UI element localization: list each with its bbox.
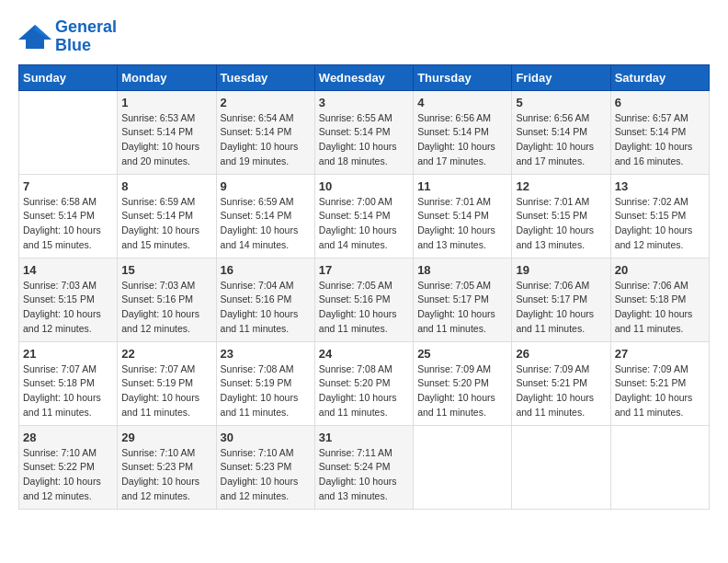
day-info: Sunrise: 7:03 AM Sunset: 5:16 PM Dayligh…: [121, 279, 211, 337]
day-number: 15: [121, 263, 211, 277]
day-info: Sunrise: 7:07 AM Sunset: 5:18 PM Dayligh…: [23, 362, 113, 420]
column-header-saturday: Saturday: [610, 64, 709, 90]
day-number: 27: [615, 347, 705, 361]
day-number: 24: [319, 347, 409, 361]
day-info: Sunrise: 7:08 AM Sunset: 5:20 PM Dayligh…: [319, 362, 409, 420]
day-info: Sunrise: 6:53 AM Sunset: 5:14 PM Dayligh…: [121, 111, 211, 169]
calendar-cell: 30Sunrise: 7:10 AM Sunset: 5:23 PM Dayli…: [216, 425, 314, 509]
day-number: 7: [23, 179, 113, 193]
day-info: Sunrise: 7:00 AM Sunset: 5:14 PM Dayligh…: [319, 195, 409, 253]
header: General Blue: [18, 18, 710, 55]
day-number: 11: [417, 179, 507, 193]
day-info: Sunrise: 7:05 AM Sunset: 5:17 PM Dayligh…: [417, 279, 507, 337]
calendar-cell: 16Sunrise: 7:04 AM Sunset: 5:16 PM Dayli…: [216, 258, 314, 341]
day-info: Sunrise: 7:01 AM Sunset: 5:14 PM Dayligh…: [417, 195, 507, 253]
column-header-monday: Monday: [118, 64, 216, 90]
calendar-cell: 27Sunrise: 7:09 AM Sunset: 5:21 PM Dayli…: [610, 341, 709, 425]
calendar-cell: 7Sunrise: 6:58 AM Sunset: 5:14 PM Daylig…: [19, 174, 118, 258]
calendar-cell: [610, 425, 709, 509]
day-number: 18: [417, 263, 507, 277]
day-info: Sunrise: 7:07 AM Sunset: 5:19 PM Dayligh…: [121, 362, 211, 420]
day-number: 25: [417, 347, 507, 361]
calendar-cell: 21Sunrise: 7:07 AM Sunset: 5:18 PM Dayli…: [19, 341, 118, 425]
day-info: Sunrise: 7:06 AM Sunset: 5:18 PM Dayligh…: [615, 279, 705, 337]
column-header-tuesday: Tuesday: [216, 64, 314, 90]
day-number: 10: [319, 179, 409, 193]
column-header-thursday: Thursday: [414, 64, 512, 90]
logo-icon: [18, 23, 51, 51]
column-header-friday: Friday: [512, 64, 610, 90]
day-number: 30: [221, 431, 311, 444]
day-info: Sunrise: 7:09 AM Sunset: 5:20 PM Dayligh…: [417, 362, 507, 420]
day-number: 20: [615, 263, 705, 277]
calendar-cell: 25Sunrise: 7:09 AM Sunset: 5:20 PM Dayli…: [414, 341, 512, 425]
calendar-cell: 18Sunrise: 7:05 AM Sunset: 5:17 PM Dayli…: [414, 258, 512, 341]
calendar-week-row: 7Sunrise: 6:58 AM Sunset: 5:14 PM Daylig…: [19, 174, 710, 258]
column-header-wednesday: Wednesday: [314, 64, 413, 90]
day-number: 14: [23, 263, 113, 277]
day-number: 31: [319, 431, 409, 444]
day-info: Sunrise: 7:08 AM Sunset: 5:19 PM Dayligh…: [221, 362, 311, 420]
column-header-sunday: Sunday: [19, 64, 118, 90]
calendar-cell: 24Sunrise: 7:08 AM Sunset: 5:20 PM Dayli…: [314, 341, 413, 425]
calendar-cell: 11Sunrise: 7:01 AM Sunset: 5:14 PM Dayli…: [414, 174, 512, 258]
calendar-week-row: 1Sunrise: 6:53 AM Sunset: 5:14 PM Daylig…: [19, 90, 710, 174]
logo: General Blue: [18, 18, 117, 55]
day-number: 29: [121, 431, 211, 444]
day-number: 3: [319, 96, 409, 109]
day-number: 22: [121, 347, 211, 361]
calendar-cell: 17Sunrise: 7:05 AM Sunset: 5:16 PM Dayli…: [314, 258, 413, 341]
calendar-cell: 3Sunrise: 6:55 AM Sunset: 5:14 PM Daylig…: [314, 90, 413, 174]
day-number: 17: [319, 263, 409, 277]
calendar-cell: 6Sunrise: 6:57 AM Sunset: 5:14 PM Daylig…: [610, 90, 709, 174]
calendar-cell: 1Sunrise: 6:53 AM Sunset: 5:14 PM Daylig…: [118, 90, 216, 174]
calendar-cell: 29Sunrise: 7:10 AM Sunset: 5:23 PM Dayli…: [118, 425, 216, 509]
day-number: 6: [615, 96, 705, 109]
day-info: Sunrise: 6:57 AM Sunset: 5:14 PM Dayligh…: [615, 111, 705, 169]
calendar-cell: 10Sunrise: 7:00 AM Sunset: 5:14 PM Dayli…: [314, 174, 413, 258]
day-number: 12: [516, 179, 606, 193]
calendar-cell: 2Sunrise: 6:54 AM Sunset: 5:14 PM Daylig…: [216, 90, 314, 174]
day-number: 1: [121, 96, 211, 109]
day-number: 23: [221, 347, 311, 361]
day-info: Sunrise: 7:10 AM Sunset: 5:23 PM Dayligh…: [221, 446, 311, 504]
day-info: Sunrise: 7:03 AM Sunset: 5:15 PM Dayligh…: [23, 279, 113, 337]
calendar-cell: [512, 425, 610, 509]
calendar-cell: 31Sunrise: 7:11 AM Sunset: 5:24 PM Dayli…: [314, 425, 413, 509]
day-number: 5: [516, 96, 606, 109]
day-number: 21: [23, 347, 113, 361]
day-number: 28: [23, 431, 113, 444]
day-info: Sunrise: 7:09 AM Sunset: 5:21 PM Dayligh…: [615, 362, 705, 420]
calendar-cell: 23Sunrise: 7:08 AM Sunset: 5:19 PM Dayli…: [216, 341, 314, 425]
day-info: Sunrise: 7:05 AM Sunset: 5:16 PM Dayligh…: [319, 279, 409, 337]
calendar-cell: 19Sunrise: 7:06 AM Sunset: 5:17 PM Dayli…: [512, 258, 610, 341]
calendar-cell: 28Sunrise: 7:10 AM Sunset: 5:22 PM Dayli…: [19, 425, 118, 509]
day-info: Sunrise: 7:01 AM Sunset: 5:15 PM Dayligh…: [516, 195, 606, 253]
calendar-cell: 15Sunrise: 7:03 AM Sunset: 5:16 PM Dayli…: [118, 258, 216, 341]
day-number: 26: [516, 347, 606, 361]
day-info: Sunrise: 6:59 AM Sunset: 5:14 PM Dayligh…: [121, 195, 211, 253]
day-info: Sunrise: 7:11 AM Sunset: 5:24 PM Dayligh…: [319, 446, 409, 504]
calendar-cell: 22Sunrise: 7:07 AM Sunset: 5:19 PM Dayli…: [118, 341, 216, 425]
calendar-cell: [414, 425, 512, 509]
calendar-cell: 5Sunrise: 6:56 AM Sunset: 5:14 PM Daylig…: [512, 90, 610, 174]
day-info: Sunrise: 6:59 AM Sunset: 5:14 PM Dayligh…: [221, 195, 311, 253]
day-number: 9: [221, 179, 311, 193]
calendar-table: SundayMondayTuesdayWednesdayThursdayFrid…: [18, 64, 710, 510]
day-info: Sunrise: 7:10 AM Sunset: 5:23 PM Dayligh…: [121, 446, 211, 504]
day-number: 13: [615, 179, 705, 193]
calendar-week-row: 21Sunrise: 7:07 AM Sunset: 5:18 PM Dayli…: [19, 341, 710, 425]
day-number: 16: [221, 263, 311, 277]
calendar-cell: 20Sunrise: 7:06 AM Sunset: 5:18 PM Dayli…: [610, 258, 709, 341]
day-info: Sunrise: 6:56 AM Sunset: 5:14 PM Dayligh…: [417, 111, 507, 169]
day-info: Sunrise: 6:58 AM Sunset: 5:14 PM Dayligh…: [23, 195, 113, 253]
day-number: 2: [221, 96, 311, 109]
calendar-cell: 12Sunrise: 7:01 AM Sunset: 5:15 PM Dayli…: [512, 174, 610, 258]
day-info: Sunrise: 7:06 AM Sunset: 5:17 PM Dayligh…: [516, 279, 606, 337]
calendar-cell: 9Sunrise: 6:59 AM Sunset: 5:14 PM Daylig…: [216, 174, 314, 258]
day-info: Sunrise: 6:55 AM Sunset: 5:14 PM Dayligh…: [319, 111, 409, 169]
day-info: Sunrise: 7:02 AM Sunset: 5:15 PM Dayligh…: [615, 195, 705, 253]
calendar-cell: 14Sunrise: 7:03 AM Sunset: 5:15 PM Dayli…: [19, 258, 118, 341]
calendar-header-row: SundayMondayTuesdayWednesdayThursdayFrid…: [19, 64, 710, 90]
calendar-week-row: 28Sunrise: 7:10 AM Sunset: 5:22 PM Dayli…: [19, 425, 710, 509]
